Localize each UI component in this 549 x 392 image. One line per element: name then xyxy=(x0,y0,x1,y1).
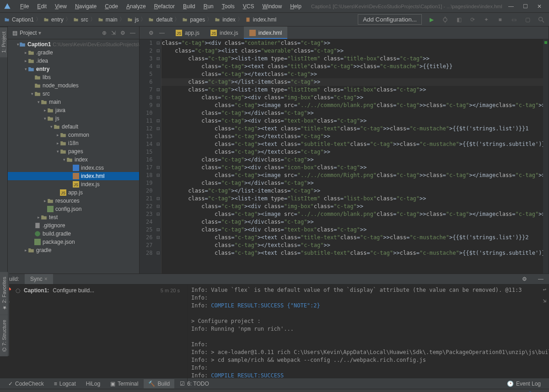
code-line[interactable]: class="c-tag"></textclass="c-tag">> xyxy=(161,148,548,156)
breadcrumb-item[interactable]: Caption1 xyxy=(4,16,34,23)
code-line[interactable]: class="c-tag"><image src="../../common/b… xyxy=(161,210,548,218)
tree-arrow-icon[interactable]: ▾ xyxy=(62,157,66,162)
tree-row[interactable]: ▾main xyxy=(8,98,139,106)
code-line[interactable]: class="c-tag"><text class="title-text"cl… xyxy=(161,234,548,242)
debug-icon[interactable] xyxy=(441,16,449,24)
minimize-button[interactable]: — xyxy=(508,3,514,10)
tree-row[interactable]: ▸resources xyxy=(8,197,139,205)
tree-row[interactable]: ▸gradle xyxy=(8,246,139,254)
coverage-icon[interactable]: ◧ xyxy=(455,16,463,24)
code-line[interactable]: class="c-tag"><list-item type="listItem"… xyxy=(161,86,548,94)
menu-item-refactor[interactable]: Refactor xyxy=(151,1,178,11)
tree-arrow-icon[interactable]: ▸ xyxy=(36,215,41,220)
breadcrumb-item[interactable]: pages xyxy=(182,16,205,23)
tree-arrow-icon[interactable]: ▸ xyxy=(43,199,47,203)
tree-row[interactable]: index.css xyxy=(8,164,139,172)
menu-item-run[interactable]: Run xyxy=(200,1,217,11)
code-line[interactable]: class="c-tag"><list-item type="listItem"… xyxy=(161,55,548,63)
code-line[interactable]: class="c-tag"><list-item type="listItem"… xyxy=(161,195,548,203)
menu-item-navigate[interactable]: Navigate xyxy=(71,1,100,11)
breadcrumb-item[interactable]: src xyxy=(73,16,88,23)
breadcrumb-item[interactable]: index xyxy=(214,16,236,23)
code-line[interactable]: class="c-tag"></textclass="c-tag">> xyxy=(161,70,548,78)
editor-tab[interactable]: JSindex.js xyxy=(205,27,244,39)
tree-arrow-icon[interactable]: ▾ xyxy=(49,124,54,129)
scroll-end-icon[interactable]: ⇲ xyxy=(543,297,546,304)
editor-tab[interactable]: JSapp.js xyxy=(170,27,205,39)
close-icon[interactable]: × xyxy=(44,276,48,282)
bottom-tab-build[interactable]: 🔨Build xyxy=(144,379,174,388)
menu-item-code[interactable]: Code xyxy=(101,1,122,11)
project-tree[interactable]: ▾Caption1C:\Users\Kevin\DevEcoStudioProj… xyxy=(8,39,139,274)
code-line[interactable]: class="c-tag"><text class="subtitle-text… xyxy=(161,249,548,257)
maximize-button[interactable]: ☐ xyxy=(523,3,528,10)
tree-arrow-icon[interactable]: ▸ xyxy=(55,133,60,137)
code-line[interactable]: class="c-tag"></textclass="c-tag">> xyxy=(161,242,548,249)
tree-arrow-icon[interactable]: ▸ xyxy=(23,59,28,63)
code-line[interactable]: class="c-tag"><div class="text-box"class… xyxy=(161,117,548,125)
code-line[interactable]: class="c-tag"></divclass="c-tag">> xyxy=(161,179,548,187)
tree-row[interactable]: ▸common xyxy=(8,131,139,139)
code-line[interactable]: class="c-tag"><div class="img-box"class=… xyxy=(161,203,548,210)
tree-row[interactable]: ▾index xyxy=(8,156,139,164)
stop-icon[interactable]: ■ xyxy=(496,16,504,24)
tree-row[interactable]: config.json xyxy=(8,205,139,213)
code-line[interactable]: class="c-tag"></divclass="c-tag">> xyxy=(161,218,548,226)
code-line[interactable]: class="c-tag"></textclass="c-tag">> xyxy=(161,133,548,140)
code-line[interactable]: class="c-tag"><div class="icon-box"class… xyxy=(161,164,548,172)
run-icon[interactable]: ▶ xyxy=(427,16,436,24)
tree-arrow-icon[interactable]: ▾ xyxy=(55,149,60,154)
hide-icon[interactable]: — xyxy=(159,30,165,36)
tree-row[interactable]: ▸test xyxy=(8,213,139,221)
code-line[interactable]: class="c-tag"><text class="title"class="… xyxy=(161,63,548,70)
bottom-tab-logcat[interactable]: ≡Logcat xyxy=(49,379,81,388)
close-button[interactable]: ✕ xyxy=(537,3,542,10)
code-line[interactable]: class="c-tag"><text class="subtitle-text… xyxy=(161,140,548,148)
bottom-tab-codecheck[interactable]: ✓CodeCheck xyxy=(4,379,48,388)
code-content[interactable]: class="c-tag"><div class="container"clas… xyxy=(161,39,548,274)
search-everywhere-icon[interactable] xyxy=(537,16,545,24)
settings-icon[interactable]: ⚙ xyxy=(149,30,154,36)
code-line[interactable]: class="c-tag"><div class="text-box"class… xyxy=(161,226,548,234)
menu-item-edit[interactable]: Edit xyxy=(33,1,50,11)
profiler-icon[interactable]: ⟳ xyxy=(468,16,477,24)
tree-arrow-icon[interactable]: ▾ xyxy=(43,116,47,121)
fold-gutter[interactable]: ⊟⊟⊟⊟⊟⊟⊟⊟⊟⊟⊟⊟⊟⊟⊟⊟⊟⊟ xyxy=(155,39,161,274)
soft-wrap-icon[interactable]: ↩ xyxy=(543,286,546,293)
code-line[interactable]: class="c-tag"><text class="title-text"cl… xyxy=(161,125,548,133)
device-frame-icon[interactable]: ▢ xyxy=(523,16,532,24)
tree-row[interactable]: node_modules xyxy=(8,81,139,90)
code-line[interactable]: class="c-tag"><div class="container"clas… xyxy=(161,39,548,47)
tree-row[interactable]: index.hml xyxy=(8,172,139,180)
tree-row[interactable]: ▾Caption1C:\Users\Kevin\DevEcoStudioProj… xyxy=(8,40,139,48)
tree-row[interactable]: build.gradle xyxy=(8,230,139,238)
menu-item-window[interactable]: Window xyxy=(258,1,285,11)
add-configuration-button[interactable]: Add Configuration... xyxy=(358,14,422,25)
breadcrumb-item[interactable]: js xyxy=(127,16,139,23)
settings-icon[interactable]: ⚙ xyxy=(120,30,125,36)
tree-arrow-icon[interactable]: ▾ xyxy=(30,91,34,96)
code-line[interactable]: class="c-tag"><image src="../../common/R… xyxy=(161,172,548,179)
tree-row[interactable]: ▾entry xyxy=(8,65,139,73)
breadcrumb-item[interactable]: default xyxy=(148,16,172,23)
breadcrumb-item[interactable]: index.hml xyxy=(245,16,276,23)
menu-item-help[interactable]: Help xyxy=(286,1,305,11)
tree-arrow-icon[interactable]: ▾ xyxy=(36,100,41,104)
tool-hide-icon[interactable]: — xyxy=(533,274,549,284)
project-tool-tab[interactable]: 1: Project xyxy=(0,27,7,57)
tree-row[interactable]: ▸java xyxy=(8,106,139,114)
attach-icon[interactable]: ✦ xyxy=(482,16,490,24)
menu-item-build[interactable]: Build xyxy=(179,1,199,11)
select-opened-icon[interactable]: ⊕ xyxy=(102,30,107,36)
tree-arrow-icon[interactable]: ▸ xyxy=(23,248,28,252)
tree-row[interactable]: ▸.gradle xyxy=(8,48,139,57)
code-line[interactable]: class="c-tag"></list-itemclass="c-tag">> xyxy=(161,187,548,195)
menu-item-vcs[interactable]: VCS xyxy=(239,1,258,11)
bottom-tab-terminal[interactable]: ▣Terminal xyxy=(106,379,143,388)
tree-row[interactable]: libs xyxy=(8,73,139,81)
tree-arrow-icon[interactable]: ▾ xyxy=(23,67,28,71)
tree-row[interactable]: ▾pages xyxy=(8,147,139,156)
tree-row[interactable]: ▸i18n xyxy=(8,139,139,147)
code-line[interactable]: class="c-tag"></list-itemclass="c-tag">> xyxy=(161,78,548,86)
tree-arrow-icon[interactable]: ▸ xyxy=(55,141,60,145)
